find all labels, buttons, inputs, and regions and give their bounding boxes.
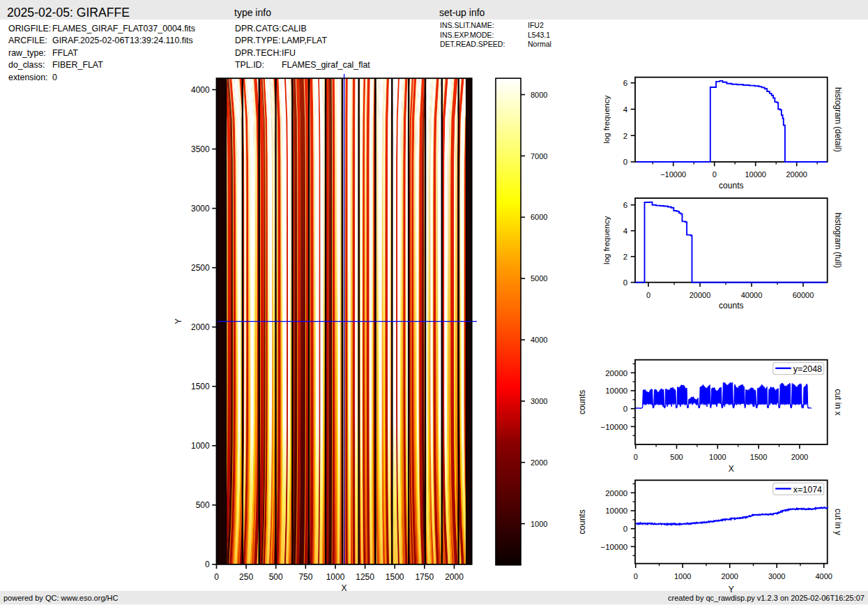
svg-text:GIRAF.2025-02-06T13:39:24.110.: GIRAF.2025-02-06T13:39:24.110.fits: [52, 36, 193, 45]
svg-text:X: X: [342, 583, 347, 593]
svg-text:X: X: [729, 464, 734, 474]
svg-text:3000: 3000: [531, 397, 547, 405]
svg-text:do_class:: do_class:: [8, 60, 45, 70]
svg-text:TPL.ID:: TPL.ID:: [235, 60, 264, 70]
svg-text:created by qc_rawdisp.py v1.2.: created by qc_rawdisp.py v1.2.3 on 2025-…: [668, 594, 865, 602]
svg-text:ARCFILE:: ARCFILE:: [8, 36, 47, 45]
svg-text:Y: Y: [174, 319, 183, 324]
svg-text:1250: 1250: [356, 572, 374, 582]
svg-text:5000: 5000: [531, 274, 547, 283]
svg-text:7000: 7000: [531, 152, 547, 160]
svg-text:10000: 10000: [745, 170, 766, 179]
svg-text:1000: 1000: [326, 572, 345, 582]
svg-text:1000: 1000: [674, 572, 691, 580]
svg-text:4: 4: [623, 105, 628, 114]
svg-text:500: 500: [196, 500, 210, 510]
svg-text:counts: counts: [719, 181, 743, 190]
svg-text:1500: 1500: [191, 382, 210, 391]
svg-text:−10000: −10000: [600, 423, 627, 431]
svg-text:ORIGFILE:: ORIGFILE:: [8, 24, 51, 33]
svg-text:6: 6: [623, 201, 627, 209]
svg-text:0: 0: [634, 453, 638, 461]
svg-text:0: 0: [623, 158, 627, 166]
svg-text:20000: 20000: [690, 291, 711, 299]
svg-text:type info: type info: [234, 7, 271, 18]
svg-text:set-up info: set-up info: [439, 7, 485, 18]
svg-text:LAMP,FLAT: LAMP,FLAT: [282, 36, 327, 45]
svg-text:histogram (full): histogram (full): [833, 213, 843, 268]
svg-text:750: 750: [298, 572, 312, 582]
svg-text:8000: 8000: [531, 91, 547, 99]
svg-text:6: 6: [623, 79, 627, 87]
svg-text:250: 250: [239, 572, 253, 582]
svg-text:counts: counts: [719, 301, 743, 310]
svg-text:2: 2: [623, 253, 627, 261]
svg-text:y=2048: y=2048: [793, 364, 822, 374]
svg-text:powered by QC: www.eso.org/HC: powered by QC: www.eso.org/HC: [3, 594, 119, 602]
svg-text:−10000: −10000: [600, 543, 627, 551]
svg-text:1750: 1750: [415, 572, 434, 582]
svg-text:x=1074: x=1074: [793, 485, 822, 495]
svg-text:INS.EXP.MODE:: INS.EXP.MODE:: [440, 31, 494, 39]
svg-text:FLAMES_giraf_cal_flat: FLAMES_giraf_cal_flat: [282, 60, 370, 70]
svg-text:60000: 60000: [793, 291, 814, 299]
svg-text:CALIB: CALIB: [282, 24, 307, 33]
svg-text:2025-02-05: GIRAFFE: 2025-02-05: GIRAFFE: [7, 6, 130, 20]
svg-text:4000: 4000: [191, 85, 210, 95]
svg-text:0: 0: [205, 560, 210, 569]
svg-text:FLAMES_GIRAF_FLAT037_0004.fits: FLAMES_GIRAF_FLAT037_0004.fits: [52, 24, 195, 33]
svg-text:0: 0: [214, 572, 219, 582]
svg-text:0: 0: [713, 170, 717, 179]
svg-text:4000: 4000: [531, 336, 547, 344]
svg-text:20000: 20000: [605, 489, 627, 497]
svg-text:−10000: −10000: [660, 170, 686, 179]
svg-text:counts: counts: [577, 509, 587, 534]
svg-text:DET.READ.SPEED:: DET.READ.SPEED:: [440, 40, 505, 48]
svg-text:FFLAT: FFLAT: [52, 48, 78, 58]
svg-text:0: 0: [623, 405, 627, 413]
svg-text:DPR.CATG:: DPR.CATG:: [235, 24, 282, 33]
svg-text:3000: 3000: [768, 572, 785, 580]
svg-text:cut in y: cut in y: [833, 509, 843, 535]
svg-text:cut in x: cut in x: [833, 389, 843, 415]
svg-text:2000: 2000: [721, 572, 738, 580]
svg-text:0: 0: [623, 525, 627, 533]
svg-text:3000: 3000: [191, 204, 210, 213]
svg-text:extension:: extension:: [8, 73, 47, 82]
svg-text:IFU2: IFU2: [528, 21, 544, 29]
svg-text:3500: 3500: [191, 144, 210, 154]
svg-text:Y: Y: [729, 585, 734, 594]
svg-text:20000: 20000: [605, 369, 627, 377]
svg-text:1000: 1000: [709, 453, 726, 461]
svg-text:0: 0: [52, 73, 57, 82]
svg-text:Normal: Normal: [528, 40, 551, 48]
svg-text:40000: 40000: [741, 291, 763, 299]
svg-text:log frequency: log frequency: [602, 96, 611, 144]
svg-text:1500: 1500: [386, 572, 404, 582]
svg-text:2: 2: [623, 132, 627, 140]
svg-text:500: 500: [670, 453, 683, 461]
svg-text:raw_type:: raw_type:: [8, 48, 46, 58]
svg-text:2500: 2500: [191, 263, 210, 273]
svg-text:10000: 10000: [605, 507, 627, 515]
svg-text:INS.SLIT.NAME:: INS.SLIT.NAME:: [440, 21, 494, 29]
svg-text:0: 0: [634, 572, 638, 580]
svg-text:2000: 2000: [191, 322, 210, 332]
svg-text:L543.1: L543.1: [528, 31, 550, 39]
svg-text:2000: 2000: [531, 458, 547, 467]
svg-text:6000: 6000: [531, 213, 547, 221]
svg-text:1000: 1000: [191, 441, 210, 451]
svg-text:log frequency: log frequency: [602, 216, 611, 264]
svg-text:FIBER_FLAT: FIBER_FLAT: [52, 60, 103, 70]
svg-text:0: 0: [623, 278, 627, 287]
svg-text:4000: 4000: [815, 572, 832, 580]
svg-text:counts: counts: [577, 390, 587, 414]
svg-text:10000: 10000: [605, 387, 627, 395]
svg-text:2000: 2000: [791, 453, 808, 461]
svg-text:20000: 20000: [786, 170, 807, 179]
svg-text:500: 500: [269, 572, 283, 582]
svg-text:1500: 1500: [750, 453, 767, 461]
svg-text:0: 0: [646, 291, 650, 299]
svg-text:2000: 2000: [445, 572, 464, 582]
svg-text:histogram (detail): histogram (detail): [833, 87, 843, 152]
